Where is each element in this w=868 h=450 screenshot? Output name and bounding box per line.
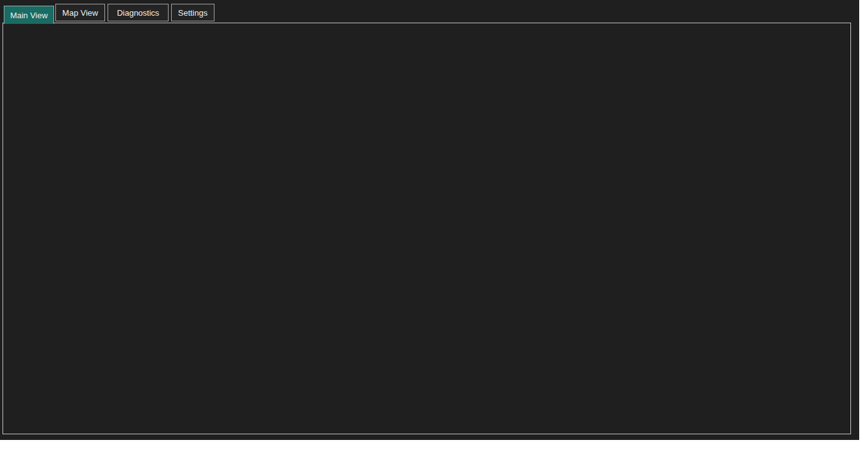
app-window: Main View Map View Diagnostics Settings … bbox=[0, 0, 859, 440]
tab-diagnostics[interactable]: Diagnostics bbox=[108, 4, 169, 21]
main-view-panel bbox=[3, 23, 851, 434]
tab-settings[interactable]: Settings bbox=[171, 4, 214, 21]
tab-main-view[interactable]: Main View bbox=[4, 6, 54, 24]
tab-map-view[interactable]: Map View bbox=[55, 4, 105, 21]
